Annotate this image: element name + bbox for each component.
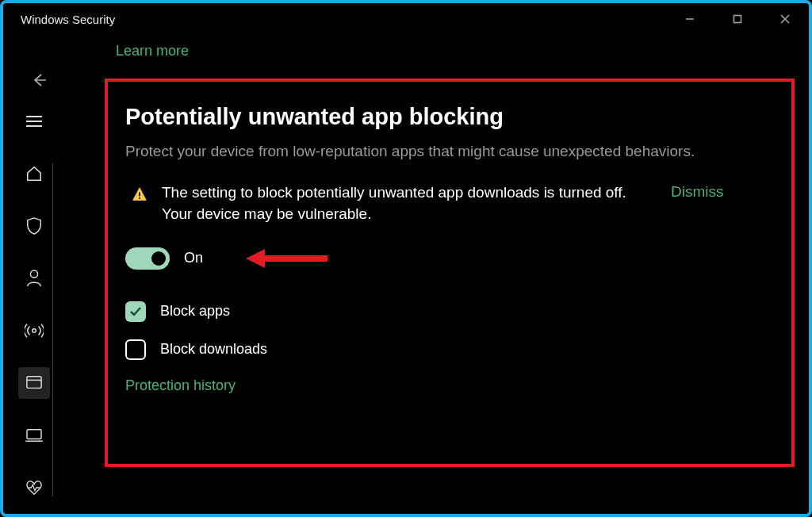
- svg-point-8: [33, 329, 36, 333]
- check-icon: [129, 306, 142, 317]
- protection-history-link[interactable]: Protection history: [125, 377, 774, 394]
- toggle-row: On: [125, 247, 774, 270]
- pua-blocking-toggle[interactable]: [125, 247, 170, 270]
- window-title: Windows Security: [21, 13, 115, 26]
- block-downloads-label: Block downloads: [160, 341, 267, 358]
- block-apps-checkbox[interactable]: [125, 301, 146, 322]
- annotation-arrow: [244, 244, 331, 273]
- window-controls: [666, 3, 809, 35]
- block-downloads-row: Block downloads: [125, 339, 774, 360]
- sidebar-item-app-browser[interactable]: [18, 367, 50, 399]
- app-browser-icon: [25, 375, 43, 391]
- hamburger-menu-button[interactable]: [18, 105, 50, 137]
- block-apps-row: Block apps: [125, 301, 774, 322]
- sidebar-item-device-security[interactable]: [18, 419, 50, 451]
- sidebar: [13, 71, 56, 504]
- dismiss-link[interactable]: Dismiss: [671, 183, 724, 201]
- close-button[interactable]: [761, 3, 809, 35]
- minimize-button[interactable]: [666, 3, 714, 35]
- svg-marker-16: [246, 249, 265, 268]
- sidebar-item-virus[interactable]: [18, 210, 50, 242]
- hamburger-icon: [26, 115, 42, 128]
- section-heading: Potentially unwanted app blocking: [125, 104, 774, 130]
- block-downloads-checkbox[interactable]: [125, 339, 146, 360]
- device-icon: [25, 428, 43, 442]
- warning-banner: The setting to block potentially unwante…: [125, 182, 774, 225]
- learn-more-link[interactable]: Learn more: [116, 43, 189, 59]
- account-icon: [25, 269, 43, 288]
- svg-rect-1: [734, 16, 741, 23]
- back-button[interactable]: [30, 71, 49, 90]
- annotation-highlight-box: Potentially unwanted app blocking Protec…: [105, 79, 795, 467]
- toggle-knob: [151, 251, 166, 266]
- warning-icon: [132, 186, 147, 202]
- block-apps-label: Block apps: [160, 303, 230, 320]
- maximize-icon: [733, 14, 742, 24]
- title-bar: Windows Security: [3, 3, 809, 35]
- sidebar-separator: [52, 163, 53, 496]
- sidebar-item-home[interactable]: [18, 158, 50, 190]
- network-icon: [25, 322, 44, 339]
- sidebar-item-device-performance[interactable]: [18, 472, 50, 504]
- warning-text: The setting to block potentially unwante…: [162, 182, 653, 225]
- svg-point-7: [30, 270, 37, 278]
- close-icon: [780, 14, 790, 24]
- shield-icon: [25, 216, 43, 236]
- learn-more-row: Learn more: [3, 35, 809, 71]
- toggle-state-label: On: [184, 250, 203, 266]
- heart-rate-icon: [25, 480, 44, 496]
- svg-point-14: [139, 197, 140, 199]
- minimize-icon: [685, 14, 695, 24]
- sidebar-item-account[interactable]: [18, 262, 50, 294]
- maximize-button[interactable]: [714, 3, 761, 35]
- back-arrow-icon: [30, 71, 49, 90]
- sidebar-item-firewall[interactable]: [18, 315, 50, 347]
- home-icon: [25, 165, 43, 182]
- svg-rect-9: [27, 377, 41, 389]
- section-description: Protect your device from low-reputation …: [125, 141, 696, 163]
- svg-rect-11: [27, 430, 41, 439]
